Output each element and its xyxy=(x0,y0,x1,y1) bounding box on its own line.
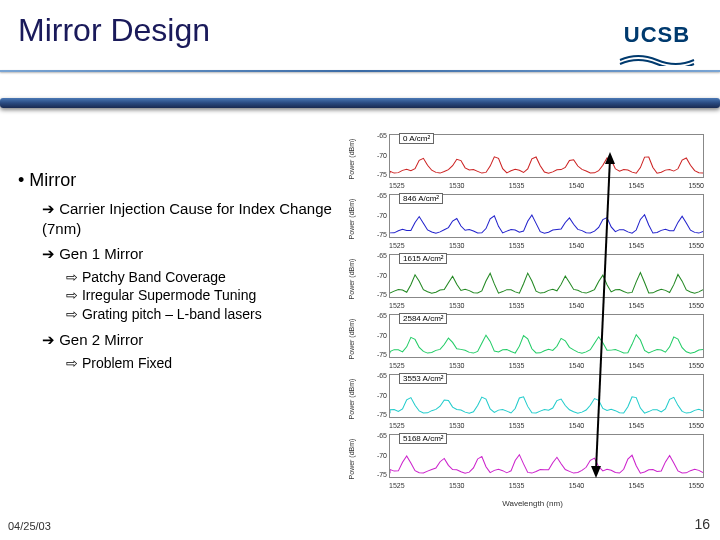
logo-text: UCSB xyxy=(618,22,696,48)
series-label: 3553 A/cm² xyxy=(399,373,447,384)
y-axis-label: Power (dBm) xyxy=(348,139,355,180)
sub-item-1: Carrier Injection Cause for Index Change… xyxy=(42,199,350,238)
y-ticks: -65-70-75 xyxy=(373,432,387,478)
chart-panel: Power (dBm)-65-70-751615 A/cm²1525153015… xyxy=(355,250,710,308)
x-axis-label: Wavelength (nm) xyxy=(502,499,563,508)
x-ticks: 152515301535154015451550 xyxy=(389,422,704,429)
logo: UCSB xyxy=(618,22,696,70)
subsub-item: Grating pitch – L-band lasers xyxy=(66,305,350,324)
content-body: Mirror Carrier Injection Cause for Index… xyxy=(18,170,350,373)
y-ticks: -65-70-75 xyxy=(373,372,387,418)
y-axis-label: Power (dBm) xyxy=(348,439,355,480)
x-ticks: 152515301535154015451550 xyxy=(389,182,704,189)
series-label: 5168 A/cm² xyxy=(399,433,447,444)
chart-panel: Power (dBm)-65-70-75846 A/cm²15251530153… xyxy=(355,190,710,248)
footer-page: 16 xyxy=(694,516,710,532)
chart-panel: Power (dBm)-65-70-753553 A/cm²1525153015… xyxy=(355,370,710,428)
x-ticks: 152515301535154015451550 xyxy=(389,362,704,369)
x-ticks: 152515301535154015451550 xyxy=(389,482,704,489)
chart-panel: Power (dBm)-65-70-755168 A/cm²1525153015… xyxy=(355,430,710,488)
chart-panel: Power (dBm)-65-70-750 A/cm²1525153015351… xyxy=(355,130,710,188)
divider-thick xyxy=(0,98,720,108)
bullet-main: Mirror xyxy=(18,170,350,191)
subsub-item: Problem Fixed xyxy=(66,354,350,373)
y-axis-label: Power (dBm) xyxy=(348,379,355,420)
sub-item-3: Gen 2 Mirror xyxy=(42,330,350,350)
y-axis-label: Power (dBm) xyxy=(348,199,355,240)
series-label: 846 A/cm² xyxy=(399,193,443,204)
page-title: Mirror Design xyxy=(18,12,210,49)
x-ticks: 152515301535154015451550 xyxy=(389,302,704,309)
subsub-item: Irregular Supermode Tuning xyxy=(66,286,350,305)
chart-panel: Power (dBm)-65-70-752584 A/cm²1525153015… xyxy=(355,310,710,368)
footer-date: 04/25/03 xyxy=(8,520,51,532)
sub-item-2: Gen 1 Mirror xyxy=(42,244,350,264)
series-label: 1615 A/cm² xyxy=(399,253,447,264)
y-axis-label: Power (dBm) xyxy=(348,319,355,360)
y-ticks: -65-70-75 xyxy=(373,192,387,238)
y-ticks: -65-70-75 xyxy=(373,312,387,358)
x-ticks: 152515301535154015451550 xyxy=(389,242,704,249)
series-label: 2584 A/cm² xyxy=(399,313,447,324)
divider-thin xyxy=(0,70,720,72)
plot-area xyxy=(389,134,704,178)
y-axis-label: Power (dBm) xyxy=(348,259,355,300)
y-ticks: -65-70-75 xyxy=(373,132,387,178)
y-ticks: -65-70-75 xyxy=(373,252,387,298)
series-label: 0 A/cm² xyxy=(399,133,434,144)
chart-stack: Power (dBm)-65-70-750 A/cm²1525153015351… xyxy=(355,130,710,500)
subsub-item: Patchy Band Coverage xyxy=(66,268,350,287)
wave-icon xyxy=(618,50,696,66)
slide-header: Mirror Design UCSB xyxy=(0,0,720,110)
